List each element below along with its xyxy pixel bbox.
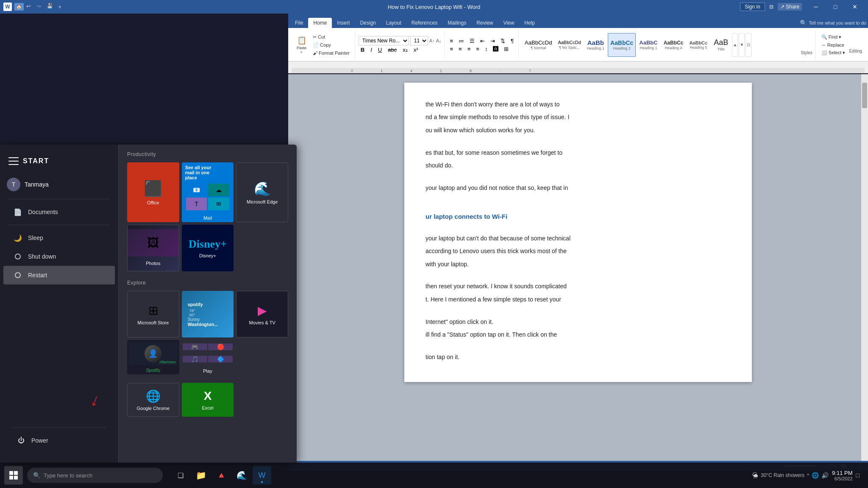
font-shrink[interactable]: A↓ [436, 38, 442, 43]
increase-indent[interactable]: ⇥ [488, 37, 497, 45]
sign-in-button[interactable]: Sign in [740, 3, 765, 11]
quick-save[interactable]: 🏠 [14, 3, 24, 11]
tab-view[interactable]: View [498, 18, 520, 28]
style-nospace[interactable]: AaBbCcDd ¶ No Spac... [555, 33, 583, 57]
save[interactable]: 💾 [47, 3, 54, 11]
replace-button[interactable]: ↔ Replace [819, 42, 848, 48]
share-button[interactable]: ↗ Share [778, 3, 802, 11]
sidebar-item-power[interactable]: ⏻ Power [7, 431, 111, 450]
tab-references[interactable]: References [406, 18, 442, 28]
style-h4[interactable]: AaBbCc Heading 4 [661, 33, 686, 57]
tab-file[interactable]: File [290, 18, 308, 28]
format-painter[interactable]: 🖌 Format Painter [310, 50, 352, 56]
tab-mailings[interactable]: Mailings [442, 18, 471, 28]
taskbar-vlc[interactable]: 🔺 [212, 466, 231, 485]
network-icon[interactable]: 🌐 [812, 472, 819, 479]
sidebar-item-documents[interactable]: 📄 Documents [3, 203, 115, 221]
style-normal[interactable]: AaBbCcDd ¶ Normal [522, 33, 554, 57]
tile-msedge[interactable]: 🌊 Microsoft Edge [236, 162, 288, 222]
scrollbar-thumb[interactable] [862, 83, 867, 108]
font-select[interactable]: Times New Ro... [359, 36, 409, 45]
start-button[interactable] [4, 466, 23, 485]
tile-chrome[interactable]: 🌐 Google Chrome [127, 383, 179, 417]
sidebar-item-restart[interactable]: Restart [3, 266, 115, 284]
bold-button[interactable]: B [359, 46, 367, 53]
sort[interactable]: ⇅ [498, 37, 507, 45]
tab-design[interactable]: Design [355, 18, 381, 28]
find-button[interactable]: 🔍 Find ▾ [819, 33, 848, 41]
style-h2[interactable]: AaBbCc Heading 2 [608, 33, 636, 57]
tab-home[interactable]: Home [308, 18, 332, 28]
doc-page[interactable]: the Wi-Fi then don't worry there are a l… [404, 83, 752, 382]
weather-content: spotify 78° 60° Sunny Washington... [185, 299, 231, 329]
show-hidden-icon[interactable]: ^ [807, 473, 809, 478]
styles-scroll-down[interactable]: ▼ [739, 33, 745, 57]
doc-para-6: your laptop and you did not notice that … [426, 183, 731, 192]
taskbar-word[interactable]: W [253, 466, 271, 485]
redo[interactable]: ↪ [36, 3, 44, 11]
bullets[interactable]: ≡ [448, 37, 456, 45]
tab-review[interactable]: Review [471, 18, 498, 28]
borders[interactable]: ⊞ [502, 45, 511, 53]
styles-expand[interactable]: ⊡ [746, 33, 751, 57]
tile-disney[interactable]: Disney+ Disney+ [182, 225, 234, 271]
decrease-indent[interactable]: ⇤ [478, 37, 487, 45]
styles-scroll-up[interactable]: ▲ [732, 33, 738, 57]
underline-button[interactable]: U [376, 46, 384, 53]
font-size-select[interactable]: 11 [410, 36, 428, 45]
taskbar-taskview[interactable]: ❑ [171, 466, 190, 485]
user-profile[interactable]: T Tanmaya [0, 173, 118, 195]
ribbon-minimize[interactable]: ⊟ [769, 4, 773, 10]
maximize-button[interactable]: □ [826, 0, 845, 14]
tab-help[interactable]: Help [519, 18, 540, 28]
tile-weather[interactable]: spotify 78° 60° Sunny Washington... [182, 291, 234, 337]
tile-spotify[interactable]: 👤 Afternoon Spotify [127, 340, 179, 374]
align-right[interactable]: ≡ [465, 45, 473, 53]
multilevel[interactable]: ☰ [467, 37, 477, 45]
volume-icon[interactable]: 🔊 [821, 472, 829, 479]
superscript-button[interactable]: x² [412, 46, 420, 53]
tile-mail[interactable]: See all yourmail in oneplace 📧 ☁ T ✉ Mai… [182, 162, 234, 222]
hamburger-menu[interactable] [8, 157, 19, 165]
taskbar-edge[interactable]: 🌊 [232, 466, 251, 485]
show-formatting[interactable]: ¶ [509, 37, 516, 45]
tile-play[interactable]: 🎮 🔴 🎵 🔷 Play [182, 340, 234, 374]
paste-button[interactable]: 📋 Paste ▾ [294, 34, 309, 56]
numbering[interactable]: ≔ [456, 37, 466, 45]
styles-label[interactable]: Styles [801, 50, 812, 55]
tab-insert[interactable]: Insert [332, 18, 355, 28]
close-button[interactable]: ✕ [845, 0, 865, 14]
taskbar-clock[interactable]: 9:11 PM 6/5/2022 [832, 470, 852, 481]
strikethrough-button[interactable]: abc [386, 46, 399, 53]
align-left[interactable]: ≡ [448, 45, 456, 53]
minimize-button[interactable]: ─ [806, 0, 826, 14]
style-h5[interactable]: AaBbCc Heading 5 [687, 33, 710, 57]
vertical-scrollbar[interactable] [861, 74, 868, 463]
cut-button[interactable]: ✂ Cut [310, 33, 352, 41]
style-h1[interactable]: AaBb Heading 1 [584, 33, 607, 57]
copy-button[interactable]: 📄 Copy [310, 42, 352, 49]
undo[interactable]: ↩ [26, 3, 34, 11]
tile-msstore[interactable]: ⊞ Microsoft Store [127, 291, 179, 337]
tile-excel[interactable]: X Excel [182, 383, 234, 417]
shading[interactable]: 🅰 [491, 45, 501, 53]
tile-movies[interactable]: ▶ Movies & TV [236, 291, 288, 337]
tell-me[interactable]: 🔍 Tell me what you want to do [800, 20, 866, 26]
style-h3[interactable]: AaBbC Heading 1 [637, 33, 660, 57]
justify[interactable]: ≡ [474, 45, 481, 53]
tab-layout[interactable]: Layout [381, 18, 406, 28]
taskbar-search[interactable]: 🔍 Type here to search [27, 468, 163, 483]
tile-photos[interactable]: 🖼 Photos [127, 225, 179, 271]
subscript-button[interactable]: x₂ [401, 46, 410, 53]
style-title[interactable]: AaB Title [711, 33, 731, 57]
tile-office[interactable]: ⬛ Office [127, 162, 179, 222]
font-grow[interactable]: A↑ [429, 38, 435, 43]
sidebar-item-sleep[interactable]: 🌙 Sleep [3, 229, 115, 247]
align-center[interactable]: ≡ [456, 45, 464, 53]
action-center-icon[interactable]: □ [856, 472, 860, 479]
italic-button[interactable]: I [368, 46, 374, 53]
select-button[interactable]: ⬜ Select ▾ [819, 49, 848, 56]
sidebar-item-shutdown[interactable]: Shut down [3, 247, 115, 266]
line-spacing[interactable]: ↕ [483, 45, 490, 53]
taskbar-explorer[interactable]: 📁 [192, 466, 210, 485]
